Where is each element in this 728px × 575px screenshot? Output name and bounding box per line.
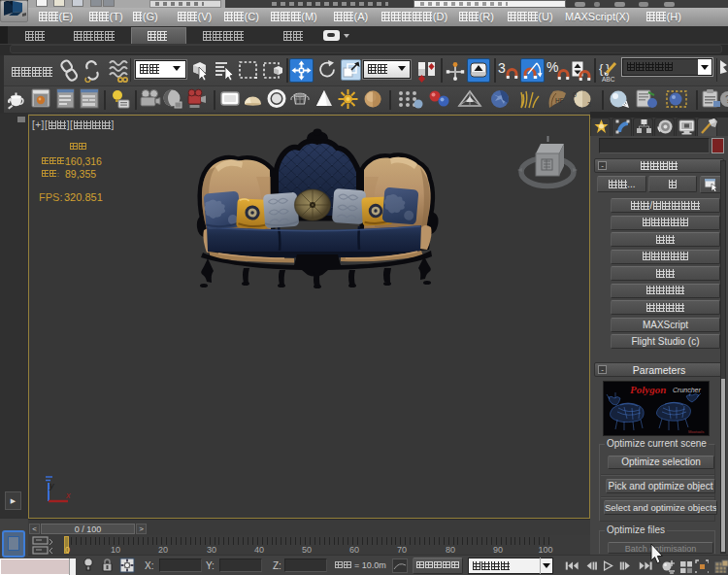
svg-text:ABC: ABC [602, 76, 615, 83]
svg-text:2: 2 [587, 101, 591, 108]
svg-text:y: y [49, 481, 54, 490]
svg-text:Cruncher: Cruncher [673, 387, 701, 393]
svg-text:HF: HF [555, 97, 564, 104]
svg-text:Mootools: Mootools [688, 429, 704, 434]
svg-text:Polygon: Polygon [630, 384, 666, 395]
svg-text:0: 0 [573, 91, 577, 98]
svg-text:x: x [65, 490, 71, 500]
svg-text:{: { [599, 61, 604, 76]
